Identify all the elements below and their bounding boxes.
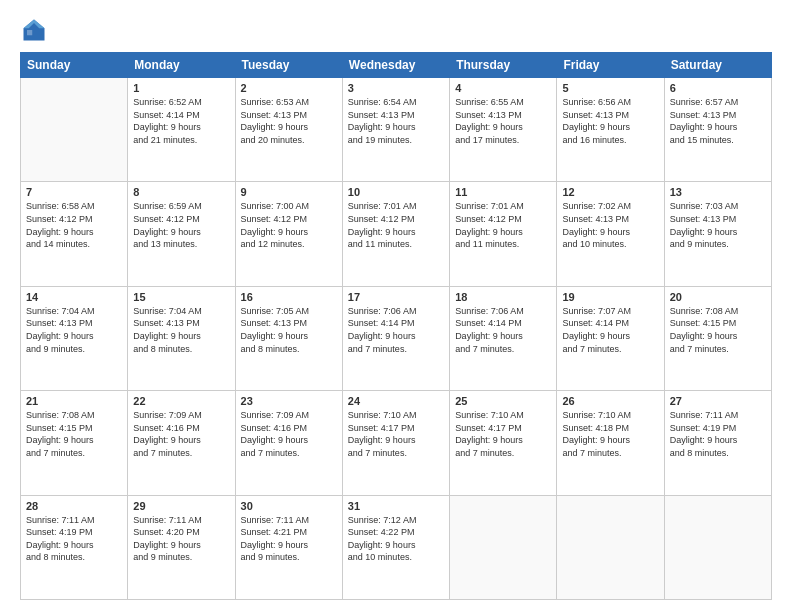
day-number: 25 [455, 395, 551, 407]
calendar-cell: 30Sunrise: 7:11 AM Sunset: 4:21 PM Dayli… [235, 495, 342, 599]
day-number: 14 [26, 291, 122, 303]
calendar-cell: 3Sunrise: 6:54 AM Sunset: 4:13 PM Daylig… [342, 78, 449, 182]
calendar-week-3: 14Sunrise: 7:04 AM Sunset: 4:13 PM Dayli… [21, 286, 772, 390]
day-info: Sunrise: 6:52 AM Sunset: 4:14 PM Dayligh… [133, 96, 229, 146]
day-info: Sunrise: 7:03 AM Sunset: 4:13 PM Dayligh… [670, 200, 766, 250]
calendar-cell: 28Sunrise: 7:11 AM Sunset: 4:19 PM Dayli… [21, 495, 128, 599]
calendar-cell: 6Sunrise: 6:57 AM Sunset: 4:13 PM Daylig… [664, 78, 771, 182]
day-info: Sunrise: 7:10 AM Sunset: 4:18 PM Dayligh… [562, 409, 658, 459]
calendar-cell: 26Sunrise: 7:10 AM Sunset: 4:18 PM Dayli… [557, 391, 664, 495]
calendar-cell: 8Sunrise: 6:59 AM Sunset: 4:12 PM Daylig… [128, 182, 235, 286]
calendar-cell [664, 495, 771, 599]
day-number: 12 [562, 186, 658, 198]
calendar-cell: 5Sunrise: 6:56 AM Sunset: 4:13 PM Daylig… [557, 78, 664, 182]
day-number: 27 [670, 395, 766, 407]
calendar-body: 1Sunrise: 6:52 AM Sunset: 4:14 PM Daylig… [21, 78, 772, 600]
day-number: 15 [133, 291, 229, 303]
day-number: 5 [562, 82, 658, 94]
day-info: Sunrise: 6:58 AM Sunset: 4:12 PM Dayligh… [26, 200, 122, 250]
day-info: Sunrise: 7:02 AM Sunset: 4:13 PM Dayligh… [562, 200, 658, 250]
day-info: Sunrise: 7:09 AM Sunset: 4:16 PM Dayligh… [241, 409, 337, 459]
calendar-cell: 11Sunrise: 7:01 AM Sunset: 4:12 PM Dayli… [450, 182, 557, 286]
day-info: Sunrise: 7:11 AM Sunset: 4:21 PM Dayligh… [241, 514, 337, 564]
day-info: Sunrise: 6:57 AM Sunset: 4:13 PM Dayligh… [670, 96, 766, 146]
day-info: Sunrise: 7:10 AM Sunset: 4:17 PM Dayligh… [348, 409, 444, 459]
calendar-cell: 25Sunrise: 7:10 AM Sunset: 4:17 PM Dayli… [450, 391, 557, 495]
day-number: 6 [670, 82, 766, 94]
day-number: 22 [133, 395, 229, 407]
day-info: Sunrise: 7:07 AM Sunset: 4:14 PM Dayligh… [562, 305, 658, 355]
calendar-cell: 14Sunrise: 7:04 AM Sunset: 4:13 PM Dayli… [21, 286, 128, 390]
calendar-cell: 22Sunrise: 7:09 AM Sunset: 4:16 PM Dayli… [128, 391, 235, 495]
day-number: 10 [348, 186, 444, 198]
calendar-cell: 4Sunrise: 6:55 AM Sunset: 4:13 PM Daylig… [450, 78, 557, 182]
calendar-cell: 13Sunrise: 7:03 AM Sunset: 4:13 PM Dayli… [664, 182, 771, 286]
day-number: 2 [241, 82, 337, 94]
day-number: 11 [455, 186, 551, 198]
header-row: SundayMondayTuesdayWednesdayThursdayFrid… [21, 53, 772, 78]
day-number: 13 [670, 186, 766, 198]
header-cell-friday: Friday [557, 53, 664, 78]
calendar-cell: 15Sunrise: 7:04 AM Sunset: 4:13 PM Dayli… [128, 286, 235, 390]
calendar-cell: 23Sunrise: 7:09 AM Sunset: 4:16 PM Dayli… [235, 391, 342, 495]
day-info: Sunrise: 6:55 AM Sunset: 4:13 PM Dayligh… [455, 96, 551, 146]
day-number: 4 [455, 82, 551, 94]
header-cell-thursday: Thursday [450, 53, 557, 78]
day-info: Sunrise: 6:53 AM Sunset: 4:13 PM Dayligh… [241, 96, 337, 146]
day-number: 19 [562, 291, 658, 303]
day-info: Sunrise: 7:01 AM Sunset: 4:12 PM Dayligh… [348, 200, 444, 250]
logo [20, 16, 52, 44]
calendar-table: SundayMondayTuesdayWednesdayThursdayFrid… [20, 52, 772, 600]
day-number: 20 [670, 291, 766, 303]
calendar-cell: 24Sunrise: 7:10 AM Sunset: 4:17 PM Dayli… [342, 391, 449, 495]
day-number: 31 [348, 500, 444, 512]
calendar-cell: 1Sunrise: 6:52 AM Sunset: 4:14 PM Daylig… [128, 78, 235, 182]
day-number: 23 [241, 395, 337, 407]
day-info: Sunrise: 7:04 AM Sunset: 4:13 PM Dayligh… [133, 305, 229, 355]
calendar-week-2: 7Sunrise: 6:58 AM Sunset: 4:12 PM Daylig… [21, 182, 772, 286]
day-number: 24 [348, 395, 444, 407]
calendar-cell: 29Sunrise: 7:11 AM Sunset: 4:20 PM Dayli… [128, 495, 235, 599]
calendar-cell [21, 78, 128, 182]
day-info: Sunrise: 7:10 AM Sunset: 4:17 PM Dayligh… [455, 409, 551, 459]
day-info: Sunrise: 7:08 AM Sunset: 4:15 PM Dayligh… [670, 305, 766, 355]
calendar-cell: 21Sunrise: 7:08 AM Sunset: 4:15 PM Dayli… [21, 391, 128, 495]
calendar-cell: 31Sunrise: 7:12 AM Sunset: 4:22 PM Dayli… [342, 495, 449, 599]
calendar-cell: 27Sunrise: 7:11 AM Sunset: 4:19 PM Dayli… [664, 391, 771, 495]
day-number: 21 [26, 395, 122, 407]
header [20, 16, 772, 44]
day-info: Sunrise: 7:04 AM Sunset: 4:13 PM Dayligh… [26, 305, 122, 355]
header-cell-wednesday: Wednesday [342, 53, 449, 78]
day-info: Sunrise: 7:05 AM Sunset: 4:13 PM Dayligh… [241, 305, 337, 355]
calendar-week-5: 28Sunrise: 7:11 AM Sunset: 4:19 PM Dayli… [21, 495, 772, 599]
calendar-cell: 9Sunrise: 7:00 AM Sunset: 4:12 PM Daylig… [235, 182, 342, 286]
day-info: Sunrise: 7:06 AM Sunset: 4:14 PM Dayligh… [455, 305, 551, 355]
day-info: Sunrise: 7:09 AM Sunset: 4:16 PM Dayligh… [133, 409, 229, 459]
calendar-cell: 20Sunrise: 7:08 AM Sunset: 4:15 PM Dayli… [664, 286, 771, 390]
header-cell-sunday: Sunday [21, 53, 128, 78]
day-info: Sunrise: 7:00 AM Sunset: 4:12 PM Dayligh… [241, 200, 337, 250]
header-cell-saturday: Saturday [664, 53, 771, 78]
day-number: 1 [133, 82, 229, 94]
calendar-cell: 18Sunrise: 7:06 AM Sunset: 4:14 PM Dayli… [450, 286, 557, 390]
day-info: Sunrise: 7:08 AM Sunset: 4:15 PM Dayligh… [26, 409, 122, 459]
calendar-cell: 12Sunrise: 7:02 AM Sunset: 4:13 PM Dayli… [557, 182, 664, 286]
day-number: 29 [133, 500, 229, 512]
day-info: Sunrise: 7:11 AM Sunset: 4:19 PM Dayligh… [26, 514, 122, 564]
calendar-page: SundayMondayTuesdayWednesdayThursdayFrid… [0, 0, 792, 612]
calendar-cell: 2Sunrise: 6:53 AM Sunset: 4:13 PM Daylig… [235, 78, 342, 182]
calendar-cell: 10Sunrise: 7:01 AM Sunset: 4:12 PM Dayli… [342, 182, 449, 286]
calendar-cell [557, 495, 664, 599]
day-info: Sunrise: 6:56 AM Sunset: 4:13 PM Dayligh… [562, 96, 658, 146]
day-info: Sunrise: 6:59 AM Sunset: 4:12 PM Dayligh… [133, 200, 229, 250]
day-info: Sunrise: 7:01 AM Sunset: 4:12 PM Dayligh… [455, 200, 551, 250]
day-number: 28 [26, 500, 122, 512]
day-number: 8 [133, 186, 229, 198]
calendar-header: SundayMondayTuesdayWednesdayThursdayFrid… [21, 53, 772, 78]
day-number: 17 [348, 291, 444, 303]
day-number: 7 [26, 186, 122, 198]
day-info: Sunrise: 6:54 AM Sunset: 4:13 PM Dayligh… [348, 96, 444, 146]
calendar-cell: 7Sunrise: 6:58 AM Sunset: 4:12 PM Daylig… [21, 182, 128, 286]
day-info: Sunrise: 7:11 AM Sunset: 4:19 PM Dayligh… [670, 409, 766, 459]
header-cell-monday: Monday [128, 53, 235, 78]
